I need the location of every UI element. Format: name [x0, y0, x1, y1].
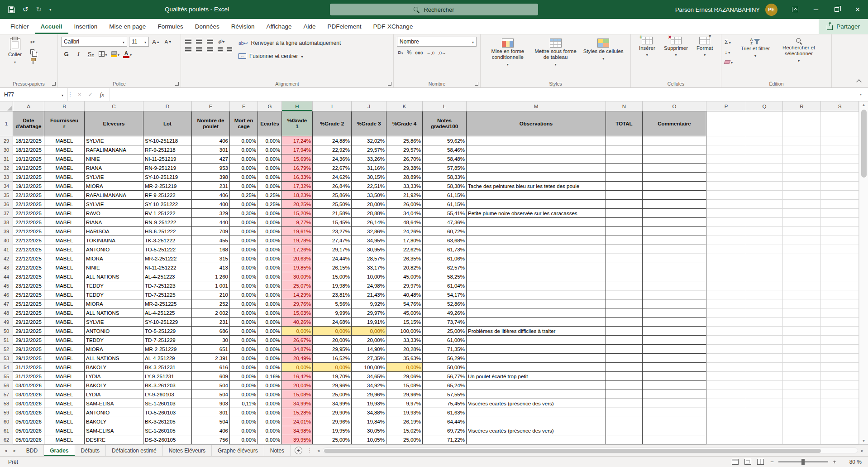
cell[interactable]: 19,91% — [352, 318, 386, 327]
empty-cell[interactable] — [783, 354, 821, 363]
cell[interactable]: 0,00% — [230, 408, 258, 417]
empty-cell[interactable] — [821, 263, 859, 272]
cell[interactable]: Viscères ecartés (présence des vers) — [467, 399, 606, 408]
cell[interactable]: 10,05% — [352, 435, 386, 444]
cell[interactable]: 0,00% — [230, 299, 258, 308]
empty-cell[interactable] — [746, 154, 783, 164]
cell[interactable]: 29,06% — [386, 372, 423, 381]
sheet-tab-defauts[interactable]: Défauts — [75, 445, 106, 456]
row-header[interactable]: 51 — [0, 336, 13, 345]
cell[interactable]: 15,20% — [282, 209, 313, 218]
cell[interactable]: TEDDY — [85, 336, 143, 345]
empty-cell[interactable] — [746, 426, 783, 435]
cell[interactable]: 609 — [192, 372, 230, 381]
cell[interactable]: AL-4-251223 — [143, 272, 192, 281]
column-header-P[interactable]: P — [706, 101, 746, 111]
empty-cell[interactable] — [821, 111, 859, 136]
cell[interactable] — [606, 290, 643, 299]
enter-button[interactable]: ✓ — [88, 91, 93, 98]
cell[interactable]: 71,35% — [423, 345, 467, 354]
cell[interactable]: 39,95% — [282, 435, 313, 444]
cell[interactable]: 03/01/2026 — [13, 399, 44, 408]
cell[interactable]: 0,00% — [230, 227, 258, 236]
italic-button[interactable]: I — [73, 49, 84, 59]
table-header-cell[interactable]: Commentaire — [643, 111, 706, 136]
cell[interactable]: 10,00% — [352, 272, 386, 281]
cell[interactable]: 0,00% — [230, 345, 258, 354]
cell[interactable]: 0,00% — [230, 426, 258, 435]
autosum-button[interactable]: Σ — [725, 38, 733, 46]
minimize-button[interactable]: ─ — [806, 0, 826, 19]
cell[interactable] — [643, 245, 706, 254]
cell[interactable] — [606, 308, 643, 318]
column-header-E[interactable]: E — [192, 101, 230, 111]
empty-cell[interactable] — [706, 399, 746, 408]
cell[interactable] — [643, 227, 706, 236]
cell[interactable] — [606, 408, 643, 417]
cell[interactable]: MABEL — [44, 318, 85, 327]
cell[interactable] — [606, 154, 643, 164]
cell[interactable] — [467, 136, 606, 145]
empty-cell[interactable] — [821, 182, 859, 191]
empty-cell[interactable] — [821, 399, 859, 408]
user-name[interactable]: Parson Ernest RAZANABAHINY — [675, 6, 760, 13]
empty-cell[interactable] — [706, 281, 746, 290]
cell[interactable]: 34,04% — [386, 209, 423, 218]
cell[interactable]: MABEL — [44, 154, 85, 164]
cell[interactable]: TO-5-260103 — [143, 408, 192, 417]
table-header-cell[interactable]: Nombre de poulet — [192, 111, 230, 136]
cell[interactable]: MABEL — [44, 182, 85, 191]
cell[interactable]: 33,17% — [352, 263, 386, 272]
cell[interactable]: 30,00% — [282, 272, 313, 281]
cell[interactable]: 0,25% — [230, 191, 258, 200]
cell[interactable]: 19/12/2025 — [13, 173, 44, 182]
cell[interactable] — [467, 363, 606, 372]
cell[interactable]: 25,86% — [313, 191, 352, 200]
cell[interactable]: 60,72% — [423, 227, 467, 236]
column-header-S[interactable]: S — [821, 101, 859, 111]
cell[interactable]: MABEL — [44, 164, 85, 173]
empty-cell[interactable] — [821, 154, 859, 164]
empty-cell[interactable] — [821, 191, 859, 200]
close-button[interactable]: × — [847, 0, 868, 19]
cell[interactable] — [467, 263, 606, 272]
row-header[interactable]: 62 — [0, 435, 13, 444]
row-header[interactable]: 45 — [0, 281, 13, 290]
cell[interactable]: MIORA — [85, 299, 143, 308]
cell[interactable]: 22/12/2025 — [13, 236, 44, 245]
cell[interactable]: 26,19% — [386, 417, 423, 426]
empty-cell[interactable] — [821, 426, 859, 435]
empty-cell[interactable] — [783, 173, 821, 182]
cell[interactable]: TEDDY — [85, 281, 143, 290]
cell[interactable]: 1 260 — [192, 272, 230, 281]
tab-splitter[interactable]: ⋮ — [306, 445, 313, 456]
cell[interactable]: 504 — [192, 390, 230, 399]
fill-color-button[interactable] — [110, 49, 120, 59]
cell[interactable]: NI-11-251219 — [143, 154, 192, 164]
cell[interactable]: 20,49% — [282, 354, 313, 363]
row-header[interactable]: 56 — [0, 381, 13, 390]
cell[interactable] — [643, 390, 706, 399]
cell[interactable]: SYLVIE — [85, 318, 143, 327]
cell[interactable]: 18/12/2025 — [13, 136, 44, 145]
cell[interactable]: 22/12/2025 — [13, 245, 44, 254]
vertical-scrollbar[interactable]: ▲ ▼ — [859, 101, 868, 444]
cell[interactable]: SY-10-251218 — [143, 136, 192, 145]
cell[interactable]: 22/12/2025 — [13, 200, 44, 209]
cell[interactable] — [467, 191, 606, 200]
empty-cell[interactable] — [783, 299, 821, 308]
cell[interactable]: MABEL — [44, 218, 85, 227]
cell[interactable]: MIORA — [85, 345, 143, 354]
cell[interactable]: 56,77% — [423, 372, 467, 381]
tab-insertion[interactable]: Insertion — [68, 19, 104, 34]
empty-cell[interactable] — [706, 154, 746, 164]
empty-cell[interactable] — [821, 435, 859, 444]
empty-cell[interactable] — [746, 245, 783, 254]
vertical-scrollbar-thumb[interactable] — [861, 110, 867, 178]
cell[interactable] — [467, 245, 606, 254]
cell[interactable] — [467, 236, 606, 245]
cell[interactable] — [643, 236, 706, 245]
font-dialog-launcher-icon[interactable] — [175, 82, 179, 86]
empty-cell[interactable] — [746, 372, 783, 381]
column-header-D[interactable]: D — [143, 101, 192, 111]
